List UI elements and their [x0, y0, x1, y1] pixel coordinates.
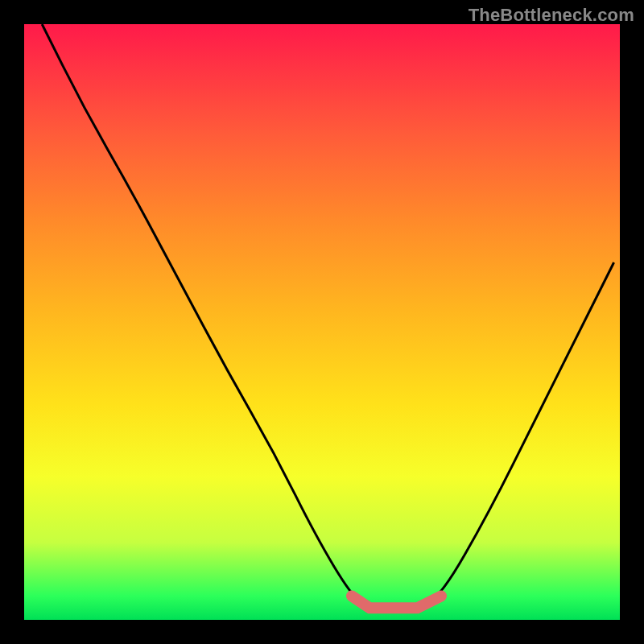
- plot-area: [24, 24, 620, 620]
- chart-container: TheBottleneck.com: [0, 0, 644, 644]
- highlight-segment: [352, 596, 441, 608]
- watermark-label: TheBottleneck.com: [469, 5, 634, 26]
- curve-layer: [24, 24, 620, 620]
- bottleneck-curve: [42, 24, 613, 608]
